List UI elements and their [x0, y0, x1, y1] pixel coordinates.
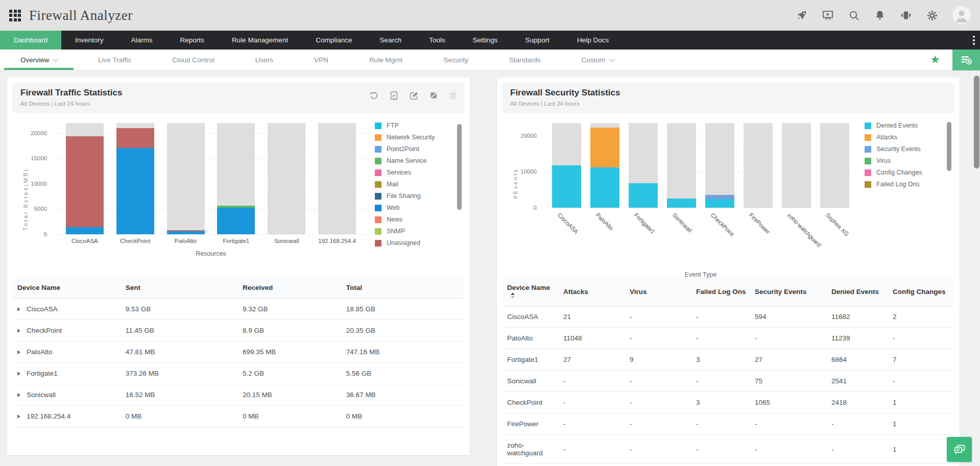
- legend-item-web[interactable]: Web: [375, 204, 452, 211]
- bar-sonicwall[interactable]: [667, 123, 696, 208]
- notifications-bell-icon[interactable]: [874, 10, 886, 21]
- bar-fortigate1[interactable]: [629, 123, 658, 208]
- table-row-ciscoasa[interactable]: CiscoASA21--594116822: [503, 306, 953, 328]
- column-header-total[interactable]: Total: [342, 277, 464, 299]
- expand-caret-icon[interactable]: [17, 414, 20, 419]
- delete-icon[interactable]: [448, 91, 458, 101]
- table-row-paloalto[interactable]: PaloAlto11048---11239-: [503, 328, 953, 349]
- column-header-sent[interactable]: Sent: [122, 277, 238, 299]
- legend-item-denied-events[interactable]: Denied Events: [865, 122, 942, 129]
- table-row-firepower[interactable]: FirePower-----1: [503, 413, 953, 435]
- chat-support-button[interactable]: [947, 437, 972, 462]
- legend-item-failed-log-ons[interactable]: Failed Log Ons: [865, 181, 942, 188]
- table-row-sonicwall[interactable]: Sonicwall16.52 MB20.15 MB36.67 MB: [13, 384, 464, 406]
- subnav-item-vpn[interactable]: VPN: [294, 50, 349, 70]
- legend-item-name-service[interactable]: Name Service: [375, 157, 452, 164]
- legend-item-network-security[interactable]: Network Security: [375, 134, 452, 141]
- column-header-received[interactable]: Received: [238, 277, 342, 299]
- legend-scrollbar[interactable]: [947, 122, 951, 171]
- legend-item-file-sharing[interactable]: File Sharing: [375, 192, 452, 200]
- contrast-icon[interactable]: [429, 91, 438, 101]
- legend-item-mail[interactable]: Mail: [375, 181, 452, 188]
- legend-item-news[interactable]: News: [375, 216, 452, 223]
- demo-screen-icon[interactable]: [822, 9, 834, 21]
- nav-item-settings[interactable]: Settings: [459, 31, 512, 50]
- legend-item-attacks[interactable]: Attacks: [865, 134, 942, 141]
- legend-item-point2point[interactable]: Point2Point: [375, 145, 452, 153]
- star-icon[interactable]: ★: [930, 53, 940, 66]
- subnav-item-standards[interactable]: Standards: [489, 50, 561, 70]
- table-row-checkpoint[interactable]: CheckPoint--3106524181: [503, 392, 953, 413]
- nav-item-alarms[interactable]: Alarms: [117, 31, 166, 50]
- export-report-icon[interactable]: [389, 91, 399, 101]
- expand-caret-icon[interactable]: [17, 393, 20, 397]
- nav-item-rule-management[interactable]: Rule Management: [218, 31, 302, 50]
- subnav-item-users[interactable]: Users: [235, 50, 294, 70]
- subnav-item-cloud-control[interactable]: Cloud Control: [152, 50, 235, 70]
- nav-item-reports[interactable]: Reports: [166, 31, 218, 50]
- app-grid-icon[interactable]: [9, 10, 21, 21]
- legend-item-services[interactable]: Services: [375, 169, 452, 176]
- table-row-paloalto[interactable]: PaloAlto47.81 MB699.35 MB747.16 MB: [13, 341, 464, 363]
- table-row-sonicwall[interactable]: Sonicwall---752541-: [503, 371, 953, 392]
- table-row-checkpoint[interactable]: CheckPoint11.45 GB8.9 GB20.35 GB: [13, 320, 464, 341]
- nav-item-search[interactable]: Search: [366, 31, 416, 50]
- nav-item-support[interactable]: Support: [512, 31, 563, 50]
- table-row-ciscoasa[interactable]: CiscoASA9.53 GB9.32 GB18.85 GB: [13, 299, 464, 320]
- legend-item-security-events[interactable]: Security Events: [865, 145, 942, 153]
- legend-item-ftp[interactable]: FTP: [375, 122, 452, 129]
- nav-item-help-docs[interactable]: Help Docs: [563, 31, 623, 50]
- add-widget-button[interactable]: [952, 50, 980, 70]
- sort-icon[interactable]: [511, 292, 515, 299]
- bar-192-168-254-4[interactable]: [318, 123, 356, 234]
- more-options-icon[interactable]: [973, 31, 975, 50]
- expand-caret-icon[interactable]: [17, 372, 20, 376]
- expand-caret-icon[interactable]: [17, 350, 20, 354]
- column-header-device-name[interactable]: Device Name: [503, 277, 559, 306]
- bar-sophos-xg[interactable]: [820, 123, 849, 208]
- bar-checkpoint[interactable]: [705, 123, 734, 208]
- expand-caret-icon[interactable]: [17, 329, 20, 333]
- bar-zoho-watchguard[interactable]: [782, 123, 811, 208]
- user-avatar[interactable]: [952, 6, 971, 24]
- column-header-device-name[interactable]: Device Name: [13, 277, 122, 299]
- subnav-item-security[interactable]: Security: [423, 50, 489, 70]
- table-row-fortigate1[interactable]: Fortigate127932768647: [503, 349, 953, 371]
- bar-checkpoint[interactable]: [116, 123, 154, 234]
- column-header-attacks[interactable]: Attacks: [559, 277, 626, 306]
- rocket-icon[interactable]: [796, 10, 807, 21]
- bar-fortigate1[interactable]: [217, 123, 255, 234]
- bar-ciscoasa[interactable]: [66, 123, 104, 234]
- nav-item-inventory[interactable]: Inventory: [61, 31, 117, 50]
- legend-item-unassigned[interactable]: Unassigned: [375, 239, 452, 247]
- table-row-zoho-watchguard[interactable]: zoho-watchguard-----1: [503, 435, 953, 464]
- search-icon[interactable]: [848, 10, 860, 21]
- bar-firepower[interactable]: [744, 123, 773, 208]
- legend-item-config-changes[interactable]: Config Changes: [865, 169, 942, 176]
- table-row-fortigate1[interactable]: Fortigate1373.26 MB5.2 GB5.56 GB: [13, 363, 464, 384]
- nav-item-dashboard[interactable]: Dashboard: [0, 31, 61, 50]
- nav-item-tools[interactable]: Tools: [415, 31, 459, 50]
- page-scrollbar-thumb[interactable]: [974, 76, 979, 168]
- legend-item-snmp[interactable]: SNMP: [375, 228, 452, 235]
- bar-ciscoasa[interactable]: [552, 123, 581, 208]
- legend-scrollbar[interactable]: [457, 124, 462, 210]
- bar-sonicwall[interactable]: [268, 123, 305, 234]
- mobile-access-icon[interactable]: [900, 9, 912, 21]
- column-header-failed-log-ons[interactable]: Failed Log Ons: [692, 277, 751, 306]
- nav-item-compliance[interactable]: Compliance: [302, 31, 366, 50]
- table-row-192-168-254-4[interactable]: 192.168.254.40 MB0 MB0 MB: [13, 406, 464, 427]
- subnav-item-rule-mgmt[interactable]: Rule Mgmt: [349, 50, 423, 70]
- bar-paloalto[interactable]: [167, 123, 205, 234]
- column-header-virus[interactable]: Virus: [626, 277, 692, 306]
- edit-icon[interactable]: [409, 91, 419, 101]
- column-header-config-changes[interactable]: Config Changes: [889, 277, 953, 306]
- subnav-item-live-traffic[interactable]: Live Traffic: [78, 50, 152, 70]
- bar-paloalto[interactable]: [590, 123, 619, 208]
- refresh-icon[interactable]: [369, 91, 379, 101]
- legend-item-virus[interactable]: Virus: [865, 157, 942, 164]
- subnav-item-custom[interactable]: Custom: [561, 50, 634, 70]
- settings-gear-icon[interactable]: [926, 10, 938, 21]
- page-scrollbar[interactable]: [973, 72, 980, 466]
- column-header-security-events[interactable]: Security Events: [751, 277, 827, 306]
